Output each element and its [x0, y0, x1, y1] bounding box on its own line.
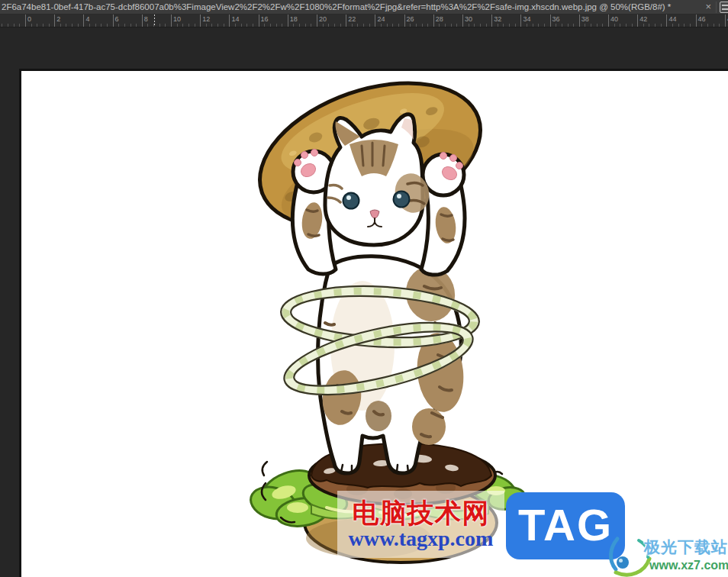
ruler-unit-label: 14	[231, 15, 239, 23]
ruler-unit-label: 44	[668, 15, 676, 23]
ruler-unit-label: 18	[290, 15, 298, 23]
horizontal-ruler: 0246810121416182022242628303234363840424…	[0, 15, 728, 27]
close-tab-icon[interactable]: ×	[705, 0, 711, 15]
ruler-unit-label: 28	[436, 15, 443, 23]
ruler-unit-label: 6	[115, 15, 119, 23]
tag-badge-text: TAG	[518, 499, 613, 553]
document-tab-bar: 2F6a74be81-0bef-417b-ac75-dcbf86007a0b%3…	[0, 0, 728, 15]
ruler-unit-label: 30	[465, 15, 472, 23]
ruler-unit-label: 20	[319, 15, 327, 23]
ruler-unit-label: 8	[144, 15, 148, 23]
ruler-unit-label: 2	[56, 15, 60, 23]
ruler-unit-label: 42	[639, 15, 647, 23]
ruler-unit-label: 38	[581, 15, 589, 23]
xz7-watermark: 极光下载站 www.xz7.com	[607, 534, 728, 577]
ruler-unit-label: 16	[261, 15, 269, 23]
ruler-cursor-indicator	[154, 15, 155, 27]
tagxp-site-url: www.tagxp.com	[349, 527, 494, 550]
photoshop-window: 2F6a74be81-0bef-417b-ac75-dcbf86007a0b%3…	[0, 0, 728, 577]
ruler-unit-label: 46	[698, 15, 706, 23]
tagxp-watermark: 电脑技术网 www.tagxp.com	[337, 491, 504, 558]
ruler-unit-label: 12	[202, 15, 210, 23]
panel-thumbnail-icon[interactable]	[720, 2, 728, 13]
ruler-unit-label: 24	[377, 15, 385, 23]
ruler-unit-label: 36	[552, 15, 560, 23]
ruler-unit-label: 10	[173, 15, 181, 23]
tabbar-divider	[716, 2, 717, 13]
ruler-unit-label: 0	[27, 15, 31, 23]
ruler-unit-label: 4	[85, 15, 89, 23]
xz7-site-url: www.xz7.com	[649, 559, 728, 572]
ruler-unit-label: 26	[407, 15, 414, 23]
xz7-site-name: 极光下载站	[644, 537, 728, 558]
ruler-unit-label: 34	[523, 15, 530, 23]
ruler-unit-label: 32	[494, 15, 501, 23]
document-tab[interactable]: 2F6a74be81-0bef-417b-ac75-dcbf86007a0b%3…	[2, 0, 697, 15]
ruler-unit-label: 40	[610, 15, 618, 23]
tagxp-site-name: 电脑技术网	[353, 498, 490, 527]
ruler-unit-label: 22	[348, 15, 356, 23]
